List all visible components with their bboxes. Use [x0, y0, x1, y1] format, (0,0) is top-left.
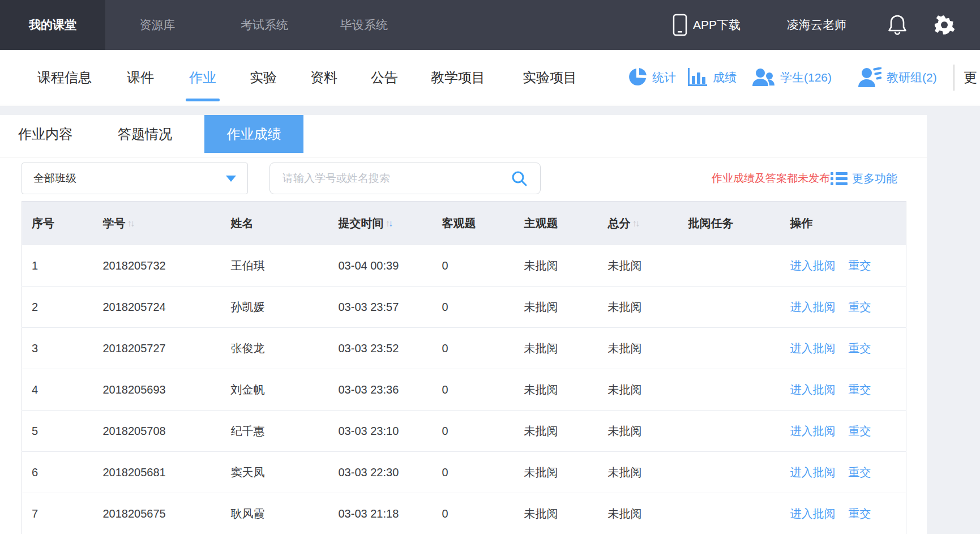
students-icon	[752, 68, 776, 87]
tool-teaching-group-label: 教研组(2)	[887, 70, 937, 86]
cell-total: 未批阅	[608, 245, 688, 287]
coursenav-item-experiment-project[interactable]: 实验项目	[523, 50, 577, 105]
cell-student_id: 2018205724	[103, 287, 231, 328]
col-header: 序号	[22, 202, 103, 245]
nav-divider	[953, 65, 955, 91]
tool-statistics-button[interactable]: 统计	[627, 50, 676, 105]
coursenav-item-experiment[interactable]: 实验	[250, 50, 277, 105]
tab-homework-grades[interactable]: 作业成绩	[204, 115, 303, 153]
cell-total: 未批阅	[608, 452, 688, 493]
search-icon[interactable]	[511, 170, 528, 187]
cell-submit_time: 03-03 23:52	[339, 328, 442, 369]
publish-status-text: 作业成绩及答案都未发布	[712, 163, 830, 194]
enter-review-link[interactable]: 进入批阅	[790, 465, 836, 480]
tool-teaching-group-button[interactable]: 教研组(2)	[858, 50, 937, 105]
table-row: 12018205732王伯琪03-04 00:390未批阅未批阅进入批阅重交	[22, 245, 906, 287]
topnav-item-graduation-system[interactable]: 毕设系统	[333, 0, 395, 50]
col-header[interactable]: 学号↑↓	[103, 202, 231, 245]
app-download-button[interactable]: APP下载	[673, 0, 741, 50]
cell-student_id: 2018205675	[103, 493, 231, 534]
topnav-item-resource-library[interactable]: 资源库	[135, 0, 180, 50]
cell-actions: 进入批阅重交	[790, 369, 906, 411]
cell-total: 未批阅	[608, 328, 688, 369]
cell-name: 纪千惠	[231, 411, 339, 452]
resubmit-link[interactable]: 重交	[849, 424, 871, 439]
enter-review-link[interactable]: 进入批阅	[790, 300, 836, 315]
student-search-box	[269, 163, 541, 194]
cell-objective: 0	[442, 245, 524, 287]
cell-student_id: 2018205681	[103, 452, 231, 493]
table-header-row: 序号学号↑↓姓名提交时间↑↓客观题主观题总分↑↓批阅任务操作	[22, 202, 906, 245]
coursenav-item-materials[interactable]: 资料	[310, 50, 337, 105]
cell-student_id: 2018205708	[103, 411, 231, 452]
tool-grades-button[interactable]: 成绩	[687, 50, 737, 105]
enter-review-link[interactable]: 进入批阅	[790, 341, 836, 356]
notification-bell-icon[interactable]	[886, 0, 909, 50]
table-row: 62018205681窦天凤03-03 22:300未批阅未批阅进入批阅重交	[22, 452, 906, 493]
content-card: 作业内容答题情况作业成绩 全部班级 作业成绩及答案都未发布 更多功能	[0, 115, 927, 534]
col-header[interactable]: 总分↑↓	[608, 202, 688, 245]
student-search-input[interactable]	[270, 172, 511, 185]
course-navbar: 课程信息课件作业实验资料公告教学项目实验项目统计成绩学生(126)教研组(2)更	[0, 50, 980, 105]
cell-objective: 0	[442, 328, 524, 369]
cell-student_id: 2018205732	[103, 245, 231, 287]
cell-seq: 7	[22, 493, 103, 534]
cell-seq: 1	[22, 245, 103, 287]
cell-objective: 0	[442, 287, 524, 328]
topnav-item-my-classroom[interactable]: 我的课堂	[0, 0, 105, 50]
resubmit-link[interactable]: 重交	[849, 341, 871, 356]
cell-objective: 0	[442, 369, 524, 411]
tool-students-label: 学生(126)	[780, 70, 832, 86]
sort-arrows-icon[interactable]: ↑↓	[127, 218, 135, 229]
coursenav-item-announcement[interactable]: 公告	[371, 50, 398, 105]
enter-review-link[interactable]: 进入批阅	[790, 424, 836, 439]
tool-students-button[interactable]: 学生(126)	[752, 50, 832, 105]
teacher-name[interactable]: 凌海云老师	[787, 0, 846, 50]
coursenav-item-homework[interactable]: 作业	[189, 50, 216, 105]
cell-name: 孙凯媛	[231, 287, 339, 328]
sort-arrows-icon[interactable]: ↑↓	[386, 218, 393, 229]
grades-table: 序号学号↑↓姓名提交时间↑↓客观题主观题总分↑↓批阅任务操作 120182057…	[22, 201, 906, 534]
settings-gear-icon[interactable]	[933, 0, 956, 50]
more-functions-button[interactable]: 更多功能	[831, 163, 897, 194]
tab-homework-content[interactable]: 作业内容	[0, 115, 91, 153]
table-row: 52018205708纪千惠03-03 23:100未批阅未批阅进入批阅重交	[22, 411, 906, 452]
enter-review-link[interactable]: 进入批阅	[790, 258, 836, 274]
cell-objective: 0	[442, 411, 524, 452]
cell-subjective: 未批阅	[524, 245, 608, 287]
cell-name: 王伯琪	[231, 245, 339, 287]
cell-name: 耿风霞	[231, 493, 339, 534]
resubmit-link[interactable]: 重交	[849, 506, 871, 522]
tab-answer-status[interactable]: 答题情况	[100, 115, 190, 153]
cell-seq: 6	[22, 452, 103, 493]
enter-review-link[interactable]: 进入批阅	[790, 506, 836, 522]
cell-student_id: 2018205727	[103, 328, 231, 369]
chevron-down-icon	[226, 176, 236, 182]
resubmit-link[interactable]: 重交	[849, 300, 871, 315]
cell-student_id: 2018205693	[103, 369, 231, 411]
resubmit-link[interactable]: 重交	[849, 465, 871, 480]
coursenav-item-course-info[interactable]: 课程信息	[37, 50, 92, 105]
col-header[interactable]: 提交时间↑↓	[339, 202, 442, 245]
cell-name: 刘金帆	[231, 369, 339, 411]
bar-chart-icon	[687, 68, 708, 87]
tabs-divider	[0, 157, 927, 157]
cell-subjective: 未批阅	[524, 411, 608, 452]
enter-review-link[interactable]: 进入批阅	[790, 382, 836, 398]
resubmit-link[interactable]: 重交	[849, 258, 871, 274]
table-row: 72018205675耿风霞03-03 21:180未批阅未批阅进入批阅重交	[22, 493, 906, 534]
topnav-item-exam-system[interactable]: 考试系统	[233, 0, 296, 50]
resubmit-link[interactable]: 重交	[849, 382, 871, 398]
nav-overflow-more[interactable]: 更	[964, 50, 977, 105]
teacher-group-icon	[858, 67, 882, 88]
sort-arrows-icon[interactable]: ↑↓	[632, 218, 640, 229]
table-row: 42018205693刘金帆03-03 23:360未批阅未批阅进入批阅重交	[22, 369, 906, 411]
cell-submit_time: 03-03 21:18	[339, 493, 442, 534]
app-download-label: APP下载	[693, 17, 741, 33]
coursenav-item-teaching-project[interactable]: 教学项目	[431, 50, 485, 105]
cell-subjective: 未批阅	[524, 287, 608, 328]
cell-review_task	[688, 493, 790, 534]
class-filter-dropdown[interactable]: 全部班级	[22, 163, 248, 194]
coursenav-item-courseware[interactable]: 课件	[127, 50, 154, 105]
cell-actions: 进入批阅重交	[790, 245, 906, 287]
